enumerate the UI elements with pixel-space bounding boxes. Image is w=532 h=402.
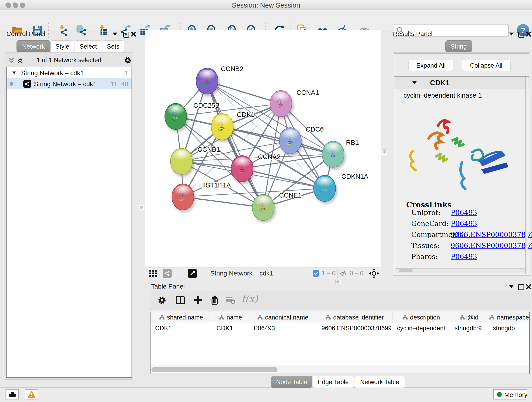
results-vertical-scrollbar[interactable] (525, 77, 528, 274)
tab-sets[interactable]: Sets (102, 40, 124, 52)
column-header-database-identifier[interactable]: database identifier (317, 312, 393, 323)
node-label-CCNA1: CCNA1 (297, 89, 319, 96)
node-CDKN1A[interactable] (314, 175, 337, 204)
node-label-CCNE1: CCNE1 (279, 191, 302, 199)
node-CDC6[interactable] (279, 128, 303, 156)
tab-edge-table[interactable]: Edge Table (312, 376, 354, 388)
collection-count: 1 (125, 70, 128, 77)
column-header-label: database identifier (333, 314, 384, 321)
import-table-file-icon[interactable] (97, 25, 108, 36)
table-panel-title: Table Panel (151, 283, 185, 290)
network-options-gear-icon[interactable] (123, 56, 132, 65)
section-expand-caret-icon[interactable] (412, 81, 417, 84)
tab-string[interactable]: String (445, 40, 472, 52)
pan-crosshair-icon[interactable] (369, 268, 379, 279)
table-row[interactable]: CDK1CDK1P064939606.ENSP00000378699cyclin… (151, 323, 529, 333)
crosslink-link[interactable]: P06493 (451, 253, 477, 261)
table-options-gear-icon[interactable] (157, 295, 167, 306)
left-splitter-handle[interactable] (139, 205, 144, 210)
crosslink-link[interactable]: 9606.ENSP00000378699 (451, 230, 532, 239)
application-window: Session: New Session (0, 0, 532, 402)
network-canvas[interactable]: CCNB2CCNA1CDC25BCDK1CDC6RB1CCNB1CCNA2CDK… (145, 30, 381, 267)
network-label: String Network – cdk1 (34, 80, 97, 88)
right-splitter-handle[interactable] (382, 149, 387, 155)
results-panel-title: Results Panel (393, 30, 433, 38)
column-header-shared-name[interactable]: shared name (151, 312, 212, 323)
table-panel-float-icon[interactable] (518, 284, 524, 290)
hidden-eye-icon[interactable] (340, 270, 347, 277)
crosslink-link[interactable]: P06493 (451, 209, 477, 217)
table-cell: CDK1 (151, 323, 212, 333)
function-builder-icon: f(x) (241, 293, 258, 304)
tab-network[interactable]: Network (17, 40, 51, 52)
string-app-icon (23, 80, 31, 88)
column-header-name[interactable]: name (212, 312, 249, 323)
window-title: Session: New Session (0, 1, 532, 9)
column-header-canonical-name[interactable]: canonical name (249, 312, 317, 323)
network-selection-status: 1 of 1 Network selected (5, 57, 133, 64)
birds-eye-view-icon[interactable] (188, 269, 197, 278)
tab-style[interactable]: Style (51, 40, 74, 52)
gene-name: CDK1 (430, 79, 449, 87)
tab-node-table[interactable]: Node Table (271, 376, 312, 388)
results-panel-menu-caret-icon[interactable] (509, 32, 514, 36)
selected-checkbox-icon[interactable] (312, 270, 319, 277)
collection-expand-caret-icon[interactable] (12, 71, 16, 74)
tab-network-table[interactable]: Network Table (354, 376, 405, 388)
column-header-label: @id (467, 314, 478, 321)
delete-table-icon[interactable] (226, 296, 236, 305)
control-panel-float-icon[interactable] (123, 32, 129, 38)
table-scrollbar-thumb[interactable] (152, 367, 278, 372)
crosslink-link[interactable]: P06493 (451, 220, 477, 228)
network-share-icon[interactable] (163, 269, 172, 278)
memory-button[interactable]: Memory (493, 389, 527, 400)
collapse-all-button[interactable]: Collapse All (462, 60, 511, 71)
column-tree-icon (219, 315, 224, 320)
node-CCNB2[interactable] (196, 68, 220, 97)
table-cell: stringdb:9... (450, 323, 488, 333)
results-buttons-bar: Expand All Collapse All (394, 53, 529, 76)
grid-view-icon[interactable] (149, 269, 157, 278)
import-network-database-icon[interactable] (76, 25, 87, 36)
expand-all-button[interactable]: Expand All (409, 60, 453, 71)
control-panel-title: Control Panel (6, 30, 45, 38)
table-panel-close-icon[interactable] (526, 284, 531, 289)
cloud-button[interactable] (6, 389, 19, 400)
warnings-button[interactable] (25, 389, 38, 400)
table-toolbar: f(x) (150, 291, 530, 310)
column-header--id[interactable]: @id (450, 312, 488, 323)
column-header-label: name (227, 314, 242, 321)
results-horizontal-scrollbar[interactable] (395, 268, 525, 273)
bottom-splitter-handle[interactable] (336, 280, 341, 284)
node-CDC25B[interactable] (165, 103, 189, 132)
import-network-file-icon[interactable] (57, 25, 68, 36)
add-column-icon[interactable] (193, 295, 203, 306)
network-row-selected[interactable]: String Network – cdk1 11 48 (7, 78, 132, 89)
tab-select[interactable]: Select (74, 40, 102, 52)
selected-counter: 1 – 0 (322, 270, 336, 277)
network-node-count: 11 (111, 80, 117, 88)
control-panel-close-icon[interactable] (131, 32, 136, 37)
table-panel-menu-caret-icon[interactable] (509, 285, 514, 288)
node-details-section: CDK1 cyclin–dependent kinase 1 CrossLink… (394, 76, 529, 274)
delete-column-icon[interactable] (209, 295, 220, 306)
node-CCNE1[interactable] (252, 194, 276, 223)
node-CDK1[interactable] (211, 114, 235, 142)
crosslink-link[interactable]: 9606.ENSP00000378699 (451, 242, 532, 249)
node-label-RB1: RB1 (346, 139, 359, 146)
node-label-CCNA2: CCNA2 (258, 153, 280, 160)
network-collection-row[interactable]: String Network – cdk1 1 (7, 67, 132, 78)
results-panel-close-icon[interactable] (526, 32, 531, 37)
table-cell: 9606.ENSP00000378699 (317, 323, 393, 333)
node-RB1[interactable] (322, 141, 346, 170)
show-columns-icon[interactable] (175, 295, 186, 306)
node-CCNA2[interactable] (231, 156, 255, 184)
control-panel-menu-caret-icon[interactable] (113, 32, 117, 36)
results-panel-float-icon[interactable] (518, 32, 524, 38)
column-header-description[interactable]: description (393, 312, 450, 323)
node-details-header[interactable]: CDK1 (394, 77, 529, 89)
column-header-namespace[interactable]: namespace (488, 312, 530, 323)
gene-description: cyclin–dependent kinase 1 (404, 92, 482, 99)
node-label-CDKN1A: CDKN1A (341, 173, 368, 180)
node-CCNA1[interactable] (270, 90, 294, 119)
